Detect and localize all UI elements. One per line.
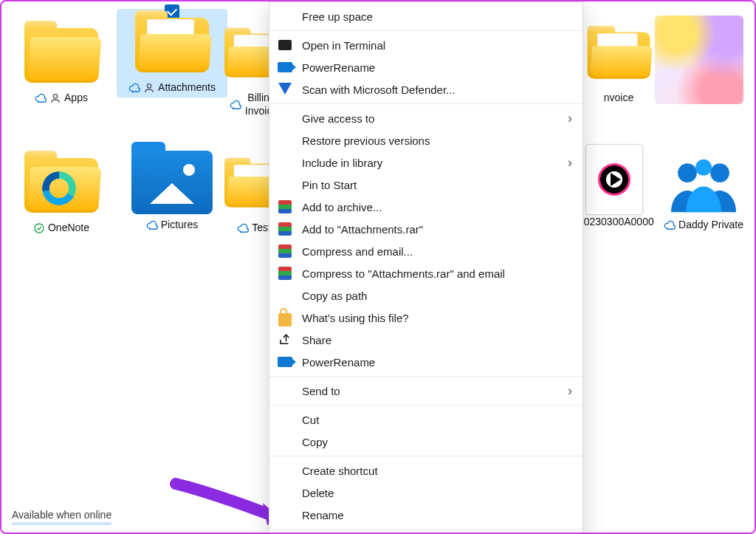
image-item-gradient[interactable] [644, 9, 755, 111]
menu-include-library[interactable]: Include in library › [269, 151, 583, 174]
item-label: Daddy Private [678, 219, 743, 232]
chevron-right-icon: › [568, 383, 572, 399]
item-label: Apps [64, 92, 88, 105]
cloud-icon [664, 219, 676, 231]
menu-powerrename-2[interactable]: PowerRename [269, 351, 583, 373]
menu-restore-versions[interactable]: Restore previous versions [269, 129, 583, 151]
cloud-icon [35, 92, 47, 104]
item-label: -20230300A0000 [574, 216, 653, 229]
menu-copy[interactable]: Copy [269, 431, 583, 453]
menu-cut[interactable]: Cut [269, 408, 583, 431]
lock-icon [277, 309, 293, 326]
menu-share[interactable]: Share [269, 329, 583, 351]
menu-compress-email[interactable]: Compress and email... [269, 240, 583, 262]
item-label: Attachments [158, 81, 216, 95]
powerrename-icon [277, 354, 293, 370]
file-item-daddy-private[interactable]: Daddy Private [648, 146, 756, 235]
folder-item-attachments[interactable]: Attachments [117, 9, 227, 97]
context-menu: Free up space Open in Terminal PowerRena… [269, 1, 583, 534]
shield-icon [277, 81, 293, 97]
folder-item-onenote[interactable]: OneNote [6, 149, 117, 238]
menu-whats-using[interactable]: What's using this file? [269, 307, 583, 329]
share-icon [277, 332, 293, 348]
file-item-video[interactable]: -20230300A0000 [570, 143, 659, 232]
item-label: Pictures [161, 219, 199, 232]
menu-give-access[interactable]: Give access to › [269, 107, 583, 129]
menu-send-to[interactable]: Send to › [269, 380, 583, 402]
folder-item-apps[interactable]: Apps [6, 19, 117, 108]
cloud-icon [146, 219, 158, 231]
menu-copy-path[interactable]: Copy as path [269, 284, 583, 307]
svg-point-5 [695, 160, 712, 176]
svg-point-4 [710, 163, 729, 182]
synced-icon [33, 222, 45, 234]
blank-icon [277, 411, 293, 428]
svg-point-1 [147, 83, 151, 87]
folder-icon [21, 152, 102, 219]
menu-add-archive[interactable]: Add to archive... [269, 196, 583, 218]
blank-icon [277, 177, 293, 193]
item-label: OneNote [48, 222, 89, 235]
menu-compress-rar-email[interactable]: Compress to "Attachments.rar" and email [269, 262, 583, 284]
blank-icon [277, 383, 293, 399]
image-icon [651, 12, 747, 108]
menu-powerrename[interactable]: PowerRename [269, 56, 583, 78]
person-icon [143, 82, 155, 94]
menu-defender[interactable]: Scan with Microsoft Defender... [269, 78, 583, 100]
svg-point-0 [53, 94, 57, 97]
item-label: Test [252, 222, 271, 235]
chevron-right-icon: › [568, 155, 572, 171]
menu-rename[interactable]: Rename [269, 504, 583, 526]
separator [269, 30, 583, 31]
menu-delete[interactable]: Delete [269, 482, 583, 504]
svg-point-3 [678, 163, 697, 182]
pictures-folder-icon [131, 149, 213, 216]
separator [269, 405, 583, 405]
menu-open-terminal[interactable]: Open in Terminal [269, 34, 583, 56]
rar-icon [277, 199, 293, 215]
cloud-icon [128, 82, 140, 94]
separator [269, 376, 583, 377]
blank-icon [277, 434, 293, 450]
blank-icon [277, 154, 293, 171]
separator [269, 456, 583, 456]
person-icon [49, 92, 61, 104]
folder-item-pictures[interactable]: Pictures [117, 146, 227, 235]
cloud-icon [237, 222, 249, 234]
folder-icon [21, 22, 102, 89]
menu-add-rar[interactable]: Add to "Attachments.rar" [269, 218, 583, 240]
chevron-right-icon: › [568, 111, 572, 126]
blank-icon [277, 287, 293, 304]
folder-icon [131, 12, 213, 78]
item-label: nvoice [604, 92, 633, 105]
people-icon [663, 149, 744, 216]
blank-icon [277, 485, 293, 501]
video-file-icon [574, 146, 655, 213]
terminal-icon [277, 37, 293, 53]
rar-icon [277, 221, 293, 237]
blank-icon [277, 507, 293, 523]
rar-icon [277, 265, 293, 281]
status-bar: Available when online [12, 509, 111, 525]
menu-create-shortcut[interactable]: Create shortcut [269, 459, 583, 482]
separator [269, 103, 583, 104]
blank-icon [277, 462, 293, 479]
separator [269, 529, 583, 530]
rar-icon [277, 243, 293, 259]
powerrename-icon [277, 59, 293, 75]
cloud-icon [230, 99, 241, 111]
blank-icon [277, 132, 293, 148]
menu-pin-start[interactable]: Pin to Start [269, 174, 583, 196]
svg-point-2 [35, 224, 44, 233]
blank-icon [277, 8, 293, 24]
blank-icon [277, 110, 293, 126]
status-text: Available when online [12, 509, 111, 521]
menu-free-up-space[interactable]: Free up space [269, 5, 583, 27]
